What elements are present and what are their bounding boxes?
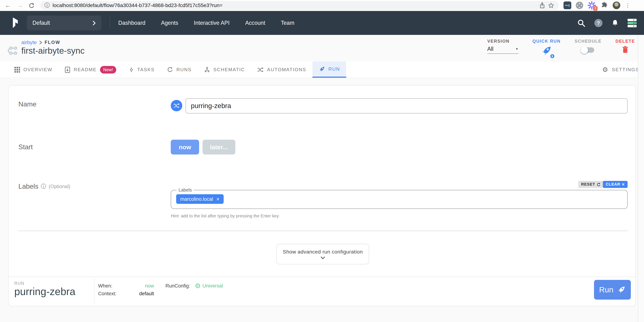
- browser-refresh-icon[interactable]: [29, 3, 34, 8]
- task-node-icon: [129, 67, 134, 73]
- delete-button[interactable]: [622, 46, 628, 55]
- reset-label: RESET: [581, 182, 595, 187]
- clear-labels-button[interactable]: CLEAR ×: [603, 181, 628, 188]
- flow-icon: [6, 46, 19, 56]
- agents-status-icon[interactable]: [628, 19, 636, 27]
- run-name-value: purring-zebra: [191, 102, 231, 110]
- chevron-right-icon: [92, 21, 96, 26]
- tab-runs-label: RUNS: [176, 67, 192, 73]
- tab-readme[interactable]: README New!: [58, 62, 122, 78]
- project-selector[interactable]: Default: [27, 16, 102, 30]
- labels-label: Labels: [18, 182, 38, 190]
- clear-label: CLEAR: [606, 182, 620, 187]
- automations-shuffle-icon: [257, 67, 264, 73]
- quick-run-button[interactable]: [541, 45, 552, 58]
- nav-team[interactable]: Team: [281, 20, 294, 26]
- version-control: VERSION All ▼: [487, 39, 518, 54]
- run-button-rocket-icon: [617, 285, 626, 294]
- tab-run[interactable]: RUN: [312, 62, 346, 78]
- share-icon[interactable]: [539, 2, 545, 9]
- context-value: default: [122, 291, 154, 296]
- nav-divider: [110, 17, 110, 29]
- search-icon[interactable]: [577, 19, 586, 28]
- tab-schematic[interactable]: SCHEMATIC: [198, 62, 251, 78]
- extensions-puzzle-icon[interactable]: [600, 2, 608, 9]
- bookmark-star-icon[interactable]: [548, 2, 554, 9]
- start-label: Start: [18, 143, 33, 151]
- tab-bar: OVERVIEW README New! TASKS RUNS SCHEMATI…: [0, 62, 644, 78]
- new-badge: New!: [100, 66, 116, 74]
- randomize-name-button[interactable]: [171, 100, 182, 112]
- nav-dashboard[interactable]: Dashboard: [118, 20, 145, 26]
- burst-extension-icon[interactable]: 3: [588, 1, 596, 10]
- labels-hint: Hint: add to the list after typing by pr…: [171, 213, 279, 218]
- chevron-down-icon: [320, 256, 325, 259]
- browser-profile-avatar[interactable]: [612, 1, 621, 10]
- run-button[interactable]: Run: [594, 280, 631, 299]
- prefect-logo-icon[interactable]: [11, 17, 20, 29]
- name-label: Name: [18, 100, 36, 108]
- footer-run-label: RUN: [14, 281, 24, 286]
- label-chip[interactable]: marcolino.local ×: [176, 194, 224, 204]
- breadcrumb-project-link[interactable]: airbyte: [21, 39, 37, 45]
- nav-account[interactable]: Account: [245, 20, 265, 26]
- browser-menu-icon[interactable]: ⋮: [625, 3, 630, 8]
- run-button-label: Run: [599, 285, 613, 294]
- run-summary-footer: RUN purring-zebra When: now RunConfig: U…: [9, 277, 636, 307]
- runconfig-value: Universal: [202, 283, 223, 289]
- when-label: When:: [98, 283, 122, 289]
- nav-interactive-api[interactable]: Interactive API: [194, 20, 230, 26]
- trash-icon: [622, 46, 628, 54]
- delete-control: DELETE: [616, 39, 635, 55]
- runs-cycle-icon: [167, 67, 173, 73]
- tab-runs[interactable]: RUNS: [161, 62, 198, 78]
- tab-automations-label: AUTOMATIONS: [267, 67, 306, 73]
- screen: ← → ⓘ localhost:8080/default/flow/76a303…: [0, 0, 644, 322]
- scrollbar[interactable]: [638, 35, 644, 322]
- schedule-toggle[interactable]: [582, 47, 594, 53]
- nav-agents[interactable]: Agents: [161, 20, 178, 26]
- tab-settings[interactable]: ⚙ SETTINGS: [602, 62, 639, 78]
- run-config-card: Name purring-zebra Start now later... La…: [8, 85, 636, 306]
- labels-fieldset-legend: Labels: [177, 187, 194, 193]
- gray-extension-icon[interactable]: [576, 2, 583, 9]
- browser-chrome: ← → ⓘ localhost:8080/default/flow/76a303…: [0, 0, 644, 11]
- version-select[interactable]: All ▼: [487, 46, 518, 54]
- grid-icon: [14, 67, 20, 73]
- app-navbar: Default Dashboard Agents Interactive API…: [0, 11, 644, 35]
- browser-forward-icon[interactable]: →: [17, 2, 23, 9]
- start-later-button[interactable]: later...: [202, 140, 235, 155]
- advanced-config-label: Show advanced run configuration: [283, 249, 363, 255]
- quick-run-control: QUICK RUN: [532, 39, 560, 58]
- help-icon[interactable]: ?: [594, 19, 603, 27]
- browser-back-icon[interactable]: ←: [5, 2, 11, 9]
- url-text: localhost:8080/default/flow/76a30344-b73…: [52, 2, 222, 8]
- run-name-input[interactable]: purring-zebra: [186, 98, 628, 114]
- globe-icon: [195, 283, 200, 288]
- tab-overview[interactable]: OVERVIEW: [8, 62, 59, 78]
- chip-remove-icon[interactable]: ×: [216, 196, 220, 202]
- context-label: Context:: [98, 291, 122, 296]
- quick-run-label: QUICK RUN: [532, 39, 560, 44]
- advanced-config-button[interactable]: Show advanced run configuration: [276, 244, 369, 264]
- delete-label: DELETE: [616, 39, 635, 44]
- url-bar[interactable]: ⓘ localhost:8080/default/flow/76a30344-b…: [40, 1, 559, 10]
- tab-run-label: RUN: [328, 66, 340, 72]
- clear-x-icon: ×: [622, 182, 625, 187]
- page-title: first-airbyte-sync: [21, 46, 84, 56]
- version-value: All: [487, 46, 494, 52]
- labels-fieldset[interactable]: Labels marcolino.local ×: [171, 187, 628, 209]
- page-info-icon[interactable]: ⓘ: [44, 2, 50, 9]
- readme-doc-icon: [64, 67, 70, 73]
- reset-labels-button[interactable]: RESET: [578, 181, 604, 188]
- start-now-button[interactable]: now: [171, 140, 199, 155]
- notifications-bell-icon[interactable]: [611, 19, 619, 27]
- tab-automations[interactable]: AUTOMATIONS: [251, 62, 312, 78]
- tab-tasks[interactable]: TASKS: [122, 62, 161, 78]
- tab-readme-label: README: [74, 67, 97, 73]
- info-icon[interactable]: ⓘ: [41, 183, 46, 190]
- reset-refresh-icon: [597, 182, 600, 186]
- password-manager-extension-icon[interactable]: •••|: [564, 2, 571, 9]
- label-chip-text: marcolino.local: [180, 196, 213, 202]
- run-rocket-icon: [318, 66, 325, 73]
